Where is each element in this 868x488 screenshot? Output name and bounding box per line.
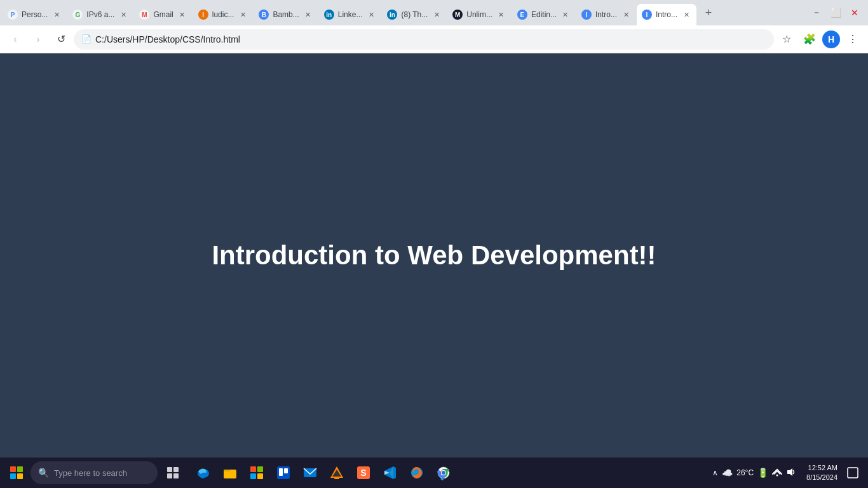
tab-favicon: M [452, 10, 463, 20]
tab-perso[interactable]: P Perso... ✕ [3, 4, 67, 25]
date-display: 8/15/2024 [806, 473, 837, 482]
tab-label: Gmail [153, 10, 173, 19]
trello-icon[interactable] [271, 460, 296, 485]
tab-label: Perso... [22, 10, 48, 19]
tab-close[interactable]: ✕ [496, 10, 506, 20]
tab-close[interactable]: ✕ [621, 10, 631, 20]
tab-close[interactable]: ✕ [431, 10, 442, 20]
tab-editing[interactable]: E Editin... ✕ [512, 4, 576, 25]
bookmark-button[interactable]: ☆ [776, 29, 797, 50]
tab-close[interactable]: ✕ [366, 10, 376, 20]
extensions-button[interactable]: 🧩 [799, 29, 820, 50]
tab-gmail[interactable]: M Gmail ✕ [134, 4, 192, 25]
file-explorer-icon[interactable] [217, 460, 243, 485]
svg-rect-12 [279, 468, 283, 476]
tab-favicon: P [8, 10, 18, 20]
tab-close[interactable]: ✕ [238, 10, 248, 20]
vscode-icon[interactable] [377, 460, 403, 485]
search-icon: 🔍 [38, 468, 49, 478]
tab-label: (8) Th... [401, 10, 428, 19]
tab-label: ludic... [212, 10, 234, 19]
temperature: 26°C [736, 468, 754, 477]
tab-ipv6[interactable]: G IPv6 a... ✕ [67, 4, 133, 25]
tab-linkedin2[interactable]: in (8) Th... ✕ [382, 4, 447, 25]
tab-close[interactable]: ✕ [177, 10, 187, 20]
ms-store-icon[interactable] [244, 460, 269, 485]
clock[interactable]: 12:52 AM 8/15/2024 [803, 463, 841, 483]
close-button[interactable]: ✕ [846, 4, 863, 21]
taskbar-search-bar[interactable]: 🔍 Type here to search [31, 461, 158, 484]
maximize-button[interactable]: ⬜ [827, 4, 844, 21]
svg-point-23 [442, 471, 445, 475]
tab-label: IPv6 a... [86, 10, 114, 19]
svg-rect-3 [173, 473, 179, 478]
tab-close[interactable]: ✕ [118, 10, 128, 20]
tab-intro1[interactable]: I Intro... ✕ [576, 4, 636, 25]
reload-button[interactable]: ↺ [51, 29, 71, 50]
window-controls: － ⬜ ✕ [808, 4, 863, 21]
tab-favicon: M [139, 10, 149, 20]
battery-icon: 🔋 [757, 468, 768, 478]
address-bar[interactable]: 📄 C:/Users/HP/Desktop/CSS/Intro.html [74, 29, 774, 50]
mail-icon[interactable] [297, 460, 323, 485]
svg-rect-26 [848, 468, 858, 478]
taskbar: 🔍 Type here to search [0, 458, 868, 488]
vlc-icon[interactable] [324, 460, 349, 485]
tab-linkedin1[interactable]: in Linke... ✕ [319, 4, 382, 25]
tab-favicon: I [581, 10, 592, 20]
svg-point-24 [776, 474, 778, 476]
tab-favicon: in [387, 10, 397, 20]
svg-rect-8 [257, 466, 263, 472]
nav-bar: ‹ › ↺ 📄 C:/Users/HP/Desktop/CSS/Intro.ht… [0, 25, 868, 53]
network-icon [772, 468, 782, 478]
profile-button[interactable]: H [822, 30, 840, 48]
tab-ludic[interactable]: l ludic... ✕ [193, 4, 254, 25]
tab-close[interactable]: ✕ [560, 10, 571, 20]
tab-close[interactable]: ✕ [51, 10, 62, 20]
new-tab-button[interactable]: + [700, 4, 717, 22]
up-arrow-icon[interactable]: ∧ [712, 468, 718, 477]
tab-label: Intro... [656, 10, 677, 19]
tab-close[interactable]: ✕ [303, 10, 313, 20]
tab-favicon: B [259, 10, 269, 20]
svg-rect-17 [334, 478, 339, 479]
edge-icon[interactable] [191, 460, 216, 485]
tab-close[interactable]: ✕ [681, 10, 691, 20]
nav-right-controls: ☆ 🧩 H ⋮ [776, 29, 863, 50]
sound-icon [786, 468, 796, 478]
tab-intro2[interactable]: I Intro... ✕ [637, 4, 696, 25]
tab-favicon: l [198, 10, 208, 20]
page-content: Introduction to Web Development!! [0, 53, 868, 458]
svg-marker-25 [787, 468, 792, 476]
task-view-button[interactable] [160, 460, 186, 485]
tab-label: Bamb... [273, 10, 299, 19]
page-heading: Introduction to Web Development!! [212, 240, 656, 271]
address-text: C:/Users/HP/Desktop/CSS/Intro.html [95, 34, 766, 44]
svg-rect-10 [257, 473, 263, 479]
svg-rect-13 [284, 468, 288, 473]
system-tray: ∧ ☁️ 26°C 🔋 [707, 468, 801, 478]
svg-rect-6 [224, 470, 230, 471]
task-view-icon [166, 466, 179, 479]
start-button[interactable] [5, 461, 28, 484]
tab-label: Intro... [595, 10, 617, 19]
svg-rect-7 [250, 466, 256, 472]
svg-rect-1 [173, 467, 179, 472]
chrome-taskbar-icon[interactable] [431, 460, 456, 485]
weather-icon: ☁️ [722, 468, 733, 478]
tab-bar: P Perso... ✕ G IPv6 a... ✕ M Gmail ✕ l l… [0, 0, 868, 25]
svg-rect-9 [250, 473, 256, 479]
tab-label: Linke... [338, 10, 363, 19]
firefox-icon[interactable] [404, 460, 430, 485]
forward-button[interactable]: › [28, 29, 48, 50]
tab-label: Editin... [531, 10, 557, 19]
svg-rect-2 [167, 473, 172, 478]
tab-unlim[interactable]: M Unlim... ✕ [447, 4, 512, 25]
tab-bamb[interactable]: B Bamb... ✕ [254, 4, 318, 25]
back-button[interactable]: ‹ [5, 29, 25, 50]
menu-button[interactable]: ⋮ [843, 29, 863, 50]
minimize-button[interactable]: － [808, 4, 825, 21]
sublime-icon[interactable]: S [351, 460, 376, 485]
notification-button[interactable] [843, 463, 863, 483]
search-placeholder: Type here to search [54, 468, 127, 478]
